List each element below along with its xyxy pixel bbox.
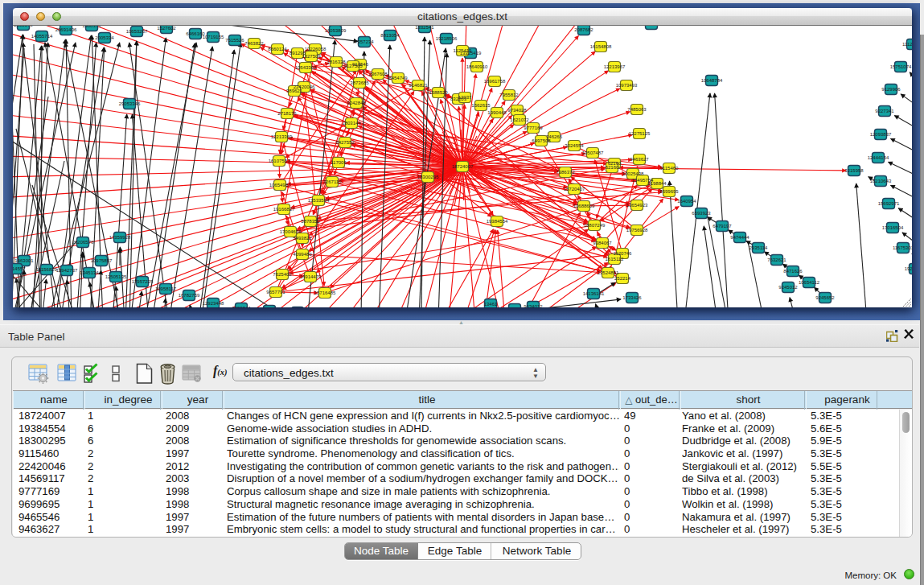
svg-text:18300295: 18300295 [417, 175, 439, 179]
svg-text:7386372: 7386372 [556, 170, 575, 175]
svg-text:9914557: 9914557 [13, 266, 26, 271]
svg-text:17004678: 17004678 [280, 229, 302, 234]
svg-text:9227341: 9227341 [875, 109, 894, 113]
svg-text:15720407: 15720407 [564, 187, 585, 192]
svg-text:10543362: 10543362 [295, 65, 317, 70]
svg-text:1588520: 1588520 [429, 90, 448, 95]
svg-text:18724007: 18724007 [452, 164, 474, 169]
svg-text:9384067: 9384067 [593, 241, 612, 245]
svg-text:9463627: 9463627 [630, 157, 649, 162]
svg-text:3267110: 3267110 [323, 179, 343, 184]
svg-text:7632621: 7632621 [767, 257, 786, 262]
svg-text:13533594: 13533594 [308, 198, 330, 203]
svg-text:2935114: 2935114 [749, 245, 769, 250]
svg-text:3215958: 3215958 [844, 168, 864, 173]
svg-text:12213967: 12213967 [604, 64, 626, 69]
svg-text:117006: 117006 [331, 160, 347, 165]
svg-text:1327509: 1327509 [302, 54, 321, 59]
svg-text:11156829: 11156829 [36, 267, 57, 272]
svg-text:8471626: 8471626 [783, 269, 803, 274]
svg-text:746266: 746266 [546, 134, 563, 139]
svg-text:5493822: 5493822 [293, 236, 312, 241]
svg-text:7485063: 7485063 [627, 107, 647, 112]
svg-text:8427552: 8427552 [335, 140, 355, 145]
svg-text:13461: 13461 [484, 302, 498, 307]
svg-text:9657791: 9657791 [266, 290, 285, 295]
svg-text:26206576: 26206576 [72, 240, 94, 245]
svg-text:12923448: 12923448 [203, 301, 224, 306]
svg-text:17957225: 17957225 [132, 279, 154, 284]
svg-text:1346174: 1346174 [505, 307, 524, 307]
svg-text:10688609: 10688609 [573, 204, 595, 208]
svg-text:6593923: 6593923 [692, 211, 711, 216]
svg-text:10719155: 10719155 [203, 35, 224, 39]
svg-text:10975857: 10975857 [91, 258, 113, 263]
svg-text:16053809: 16053809 [641, 26, 663, 27]
svg-text:15716485: 15716485 [314, 290, 336, 295]
svg-text:12213369: 12213369 [271, 134, 293, 139]
svg-text:12444154: 12444154 [868, 155, 889, 160]
svg-text:10648784: 10648784 [701, 78, 723, 83]
svg-text:9242848: 9242848 [347, 101, 366, 105]
svg-text:2367608: 2367608 [368, 72, 388, 76]
svg-text:16961758: 16961758 [484, 79, 506, 84]
svg-text:29053346: 29053346 [119, 101, 141, 106]
svg-text:14055714: 14055714 [31, 34, 53, 39]
svg-text:2087682: 2087682 [574, 27, 593, 32]
svg-text:1733426: 1733426 [622, 295, 642, 300]
svg-text:11675301: 11675301 [893, 245, 912, 250]
svg-text:9734028: 9734028 [507, 108, 527, 113]
svg-text:1292344: 1292344 [232, 306, 251, 307]
svg-text:9127505: 9127505 [343, 64, 363, 68]
svg-text:1621072: 1621072 [510, 117, 529, 122]
svg-text:2718176: 2718176 [277, 111, 297, 116]
svg-text:13226058: 13226058 [305, 47, 326, 51]
svg-text:1527602: 1527602 [157, 26, 176, 31]
svg-text:9245012: 9245012 [778, 285, 798, 290]
svg-text:4099489: 4099489 [293, 252, 312, 257]
svg-text:17016504: 17016504 [882, 225, 904, 230]
svg-text:2005334: 2005334 [95, 35, 114, 40]
svg-text:10507487: 10507487 [582, 150, 604, 155]
svg-text:15751074: 15751074 [890, 64, 912, 69]
svg-text:7515526: 7515526 [225, 38, 244, 43]
svg-text:1345134: 1345134 [80, 270, 99, 275]
svg-text:1640954: 1640954 [677, 199, 696, 204]
svg-text:252214: 252214 [614, 276, 631, 281]
svg-text:9146821: 9146821 [409, 83, 428, 88]
svg-text:2305573: 2305573 [14, 26, 33, 27]
svg-text:10653267: 10653267 [126, 29, 148, 34]
svg-text:1463001: 1463001 [14, 258, 34, 263]
svg-text:1120746: 1120746 [614, 251, 633, 256]
svg-text:7357234: 7357234 [355, 39, 374, 44]
svg-text:12275125: 12275125 [629, 131, 651, 136]
svg-text:13524851: 13524851 [598, 270, 619, 275]
svg-text:8660124: 8660124 [268, 47, 287, 51]
svg-text:15692971: 15692971 [878, 201, 900, 206]
svg-text:19166827: 19166827 [273, 207, 295, 212]
svg-text:7463822: 7463822 [244, 41, 264, 46]
svg-text:8699695: 8699695 [659, 189, 679, 194]
svg-text:19218506: 19218506 [436, 36, 458, 41]
svg-text:9777169: 9777169 [524, 126, 543, 130]
svg-text:9474444: 9474444 [730, 235, 749, 240]
svg-text:16914479: 16914479 [300, 274, 322, 279]
svg-text:9115460: 9115460 [660, 166, 680, 171]
svg-text:9129906: 9129906 [881, 87, 901, 92]
svg-text:16782759: 16782759 [179, 293, 200, 298]
svg-text:16154808: 16154808 [590, 44, 612, 49]
svg-text:12942737: 12942737 [56, 268, 78, 273]
svg-text:10654112: 10654112 [799, 280, 820, 285]
svg-text:12505135: 12505135 [105, 274, 127, 279]
svg-text:9198844: 9198844 [647, 181, 667, 186]
svg-text:16210643: 16210643 [870, 179, 892, 183]
svg-text:10654987: 10654987 [269, 183, 291, 187]
svg-text:18807249: 18807249 [584, 223, 606, 228]
svg-text:18640910: 18640910 [466, 64, 488, 69]
svg-text:10958117: 10958117 [155, 286, 177, 291]
svg-text:1332541: 1332541 [415, 26, 434, 30]
svg-text:8454749: 8454749 [388, 76, 408, 80]
svg-text:1125419: 1125419 [454, 48, 473, 53]
svg-text:1562615: 1562615 [471, 103, 491, 108]
svg-text:19245012: 19245012 [905, 266, 912, 271]
